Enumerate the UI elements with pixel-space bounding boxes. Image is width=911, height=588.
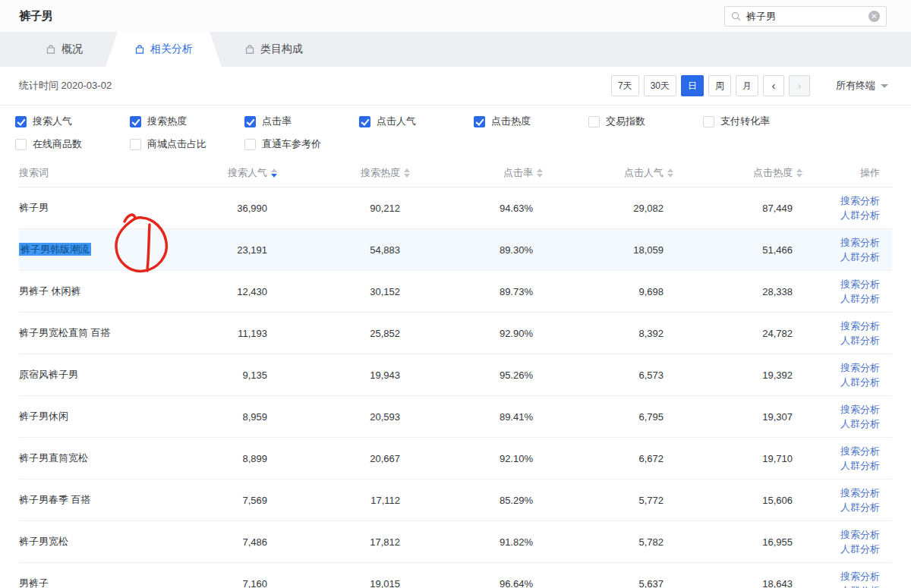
clear-search-icon[interactable]: ✕ — [868, 11, 880, 22]
filter-checkbox-item[interactable]: 点击人气 — [359, 113, 474, 130]
filter-checkbox-item[interactable]: 直通车参考价 — [244, 136, 359, 153]
filter-checkbox-item[interactable]: 搜索热度 — [130, 113, 244, 130]
filter-checkbox-item[interactable]: 搜索人气 — [15, 113, 130, 130]
checkbox-unchecked-icon[interactable] — [703, 116, 714, 127]
sort-caret-icon[interactable] — [271, 168, 277, 178]
actions-cell: 搜索分析人群分析 — [802, 402, 892, 431]
search-popularity-value: 8,899 — [178, 453, 277, 464]
keywords-table: 搜索词搜索人气搜索热度点击率点击人气点击热度操作 裤子男36,99090,212… — [19, 159, 892, 588]
search-input[interactable] — [746, 11, 868, 22]
audience-analysis-link[interactable]: 人群分析 — [802, 417, 880, 431]
terminal-dropdown[interactable]: 所有终端 — [836, 79, 888, 93]
search-popularity-value: 7,486 — [178, 536, 277, 548]
keyword-cell[interactable]: 裤子男 — [19, 201, 178, 215]
next-period-button[interactable]: › — [789, 75, 810, 96]
click-rate-value: 89.73% — [410, 286, 543, 297]
search-box[interactable]: ✕ — [724, 6, 887, 27]
search-analysis-link[interactable]: 搜索分析 — [802, 486, 880, 500]
filter-checkbox-item[interactable]: 商城点击占比 — [130, 136, 244, 153]
checkbox-checked-icon[interactable] — [130, 116, 141, 127]
audience-analysis-link[interactable]: 人群分析 — [802, 208, 880, 222]
search-analysis-link[interactable]: 搜索分析 — [802, 444, 880, 458]
keyword-cell[interactable]: 裤子男韩版潮流 — [19, 243, 178, 256]
audience-analysis-link[interactable]: 人群分析 — [802, 250, 880, 264]
click-heat-value: 19,710 — [673, 453, 802, 464]
tab-category-composition[interactable]: 类目构成 — [222, 32, 326, 67]
filter-checkbox-item[interactable]: 交易指数 — [588, 113, 703, 130]
search-analysis-link[interactable]: 搜索分析 — [802, 319, 880, 333]
click-rate-value: 92.10% — [410, 453, 543, 464]
column-header-1[interactable]: 搜索人气 — [178, 166, 277, 180]
column-header-label: 搜索热度 — [361, 166, 400, 180]
checkbox-checked-icon[interactable] — [359, 116, 370, 127]
checkbox-unchecked-icon[interactable] — [588, 116, 600, 127]
click-rate-value: 89.30% — [410, 244, 543, 256]
click-popularity-value: 9,698 — [543, 286, 673, 297]
range-button-1[interactable]: 30天 — [644, 75, 676, 96]
filter-checkbox-item[interactable]: 支付转化率 — [703, 113, 818, 130]
column-header-5[interactable]: 点击热度 — [673, 166, 802, 180]
keyword-cell[interactable]: 男裤子 休闲裤 — [19, 285, 178, 298]
audience-analysis-link[interactable]: 人群分析 — [802, 333, 880, 347]
range-button-4[interactable]: 月 — [736, 75, 758, 96]
prev-period-button[interactable]: ‹ — [763, 75, 784, 96]
sort-caret-icon[interactable] — [404, 168, 410, 178]
range-button-0[interactable]: 7天 — [611, 75, 639, 96]
keyword-cell[interactable]: 裤子男宽松 — [19, 535, 178, 549]
sort-caret-icon[interactable] — [537, 168, 543, 178]
search-heat-value: 17,812 — [277, 536, 410, 548]
checkbox-unchecked-icon[interactable] — [130, 139, 141, 150]
search-analysis-link[interactable]: 搜索分析 — [802, 360, 880, 375]
keyword-cell[interactable]: 裤子男春季 百搭 — [19, 493, 178, 507]
search-analysis-link[interactable]: 搜索分析 — [802, 193, 880, 208]
column-header-3[interactable]: 点击率 — [410, 166, 543, 180]
search-analysis-link[interactable]: 搜索分析 — [802, 569, 880, 583]
column-header-2[interactable]: 搜索热度 — [277, 166, 410, 180]
checkbox-checked-icon[interactable] — [474, 116, 485, 127]
column-header-label: 点击热度 — [753, 166, 793, 180]
tab-related-analysis[interactable]: 相关分析 — [106, 32, 222, 67]
keyword-cell[interactable]: 裤子男休闲 — [19, 410, 178, 423]
range-button-3[interactable]: 周 — [708, 75, 731, 96]
column-header-4[interactable]: 点击人气 — [543, 166, 673, 180]
chevron-right-icon: › — [798, 80, 802, 91]
search-popularity-value: 12,430 — [178, 286, 277, 297]
search-heat-value: 17,112 — [277, 495, 410, 506]
range-button-2[interactable]: 日 — [681, 75, 704, 96]
filter-label: 点击人气 — [377, 115, 416, 128]
click-heat-value: 15,606 — [673, 495, 802, 506]
keyword-cell[interactable]: 男裤子 — [19, 577, 178, 588]
table-row: 裤子男36,99090,21294.63%29,08287,449搜索分析人群分… — [19, 187, 892, 229]
search-analysis-link[interactable]: 搜索分析 — [802, 527, 880, 542]
filter-checkbox-item[interactable]: 点击率 — [244, 113, 359, 130]
actions-cell: 搜索分析人群分析 — [802, 277, 892, 306]
filter-label: 搜索人气 — [33, 115, 72, 128]
audience-analysis-link[interactable]: 人群分析 — [802, 500, 880, 514]
keyword-cell[interactable]: 原宿风裤子男 — [19, 368, 178, 382]
checkbox-checked-icon[interactable] — [244, 116, 256, 127]
keyword-cell[interactable]: 裤子男宽松直筒 百搭 — [19, 326, 178, 340]
search-analysis-link[interactable]: 搜索分析 — [802, 235, 880, 250]
click-popularity-value: 5,637 — [543, 578, 673, 588]
keyword-cell[interactable]: 裤子男直筒宽松 — [19, 451, 178, 465]
filter-checkbox-item[interactable]: 点击热度 — [474, 113, 588, 130]
click-rate-value: 95.26% — [410, 369, 543, 381]
search-analysis-link[interactable]: 搜索分析 — [802, 402, 880, 417]
table-row: 裤子男宽松7,48617,81291.82%5,78216,955搜索分析人群分… — [19, 521, 892, 563]
checkbox-unchecked-icon[interactable] — [15, 139, 27, 150]
sort-caret-icon[interactable] — [796, 168, 802, 178]
audience-analysis-link[interactable]: 人群分析 — [802, 583, 880, 588]
audience-analysis-link[interactable]: 人群分析 — [802, 375, 880, 389]
bag-icon — [46, 44, 56, 55]
sort-caret-icon[interactable] — [667, 168, 673, 178]
checkbox-checked-icon[interactable] — [15, 116, 27, 127]
search-analysis-link[interactable]: 搜索分析 — [802, 277, 880, 291]
audience-analysis-link[interactable]: 人群分析 — [802, 458, 880, 473]
audience-analysis-link[interactable]: 人群分析 — [802, 291, 880, 306]
checkbox-unchecked-icon[interactable] — [244, 139, 256, 150]
column-header-label: 操作 — [860, 166, 880, 180]
tab-overview[interactable]: 概况 — [23, 32, 106, 67]
filter-checkbox-item[interactable]: 在线商品数 — [15, 136, 130, 153]
audience-analysis-link[interactable]: 人群分析 — [802, 542, 880, 556]
table-row: 原宿风裤子男9,13519,94395.26%6,57319,392搜索分析人群… — [19, 354, 892, 396]
